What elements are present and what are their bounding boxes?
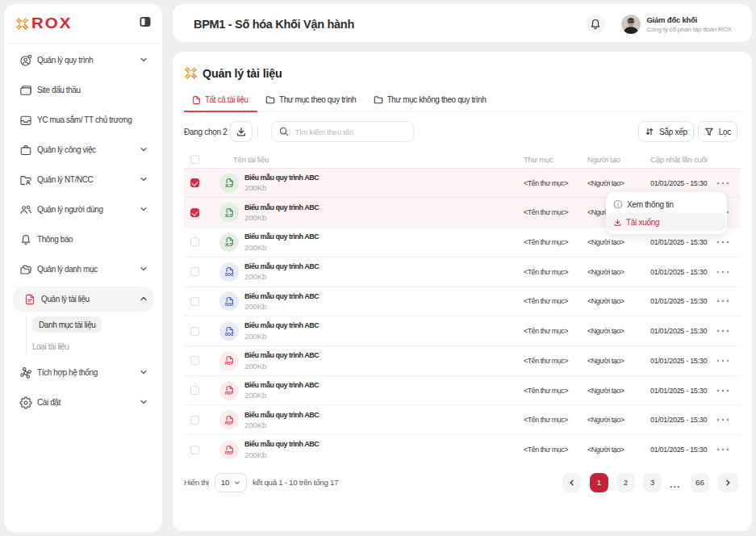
- svg-text:XLS: XLS: [225, 184, 232, 188]
- svg-text:XLS: XLS: [225, 243, 232, 247]
- svg-text:XLS: XLS: [225, 214, 232, 218]
- svg-text:PDF: PDF: [225, 450, 232, 454]
- svg-text:PDF: PDF: [225, 421, 232, 425]
- svg-text:DOC: DOC: [225, 273, 234, 277]
- svg-text:PDF: PDF: [225, 362, 232, 366]
- svg-text:PDF: PDF: [225, 392, 232, 396]
- svg-text:DOC: DOC: [225, 303, 234, 307]
- svg-text:DOC: DOC: [225, 333, 234, 337]
